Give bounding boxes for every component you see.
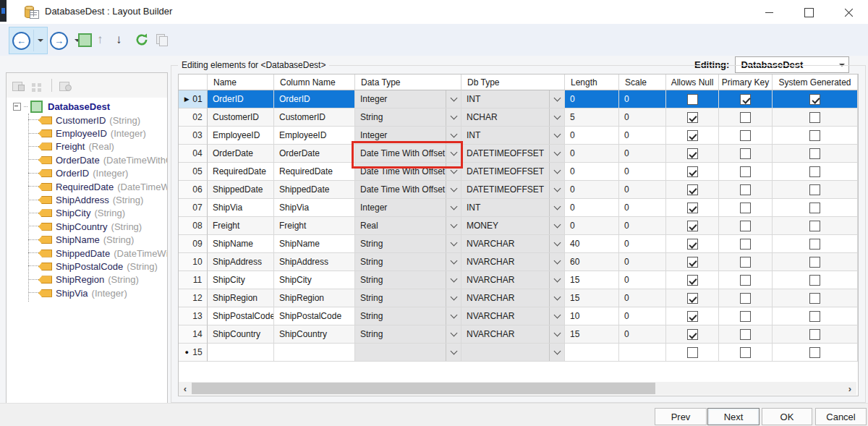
dropdown-button[interactable] <box>446 235 461 252</box>
scale-cell[interactable]: 0 <box>619 181 666 199</box>
scale-cell[interactable]: 0 <box>619 235 666 253</box>
length-cell[interactable]: 0 <box>565 217 619 235</box>
length-cell[interactable]: 0 <box>565 90 619 108</box>
row-selector[interactable]: 05 <box>179 163 208 181</box>
name-cell[interactable]: ShipName <box>208 235 274 253</box>
cancel-button[interactable]: Cancel <box>815 408 867 425</box>
primary-key-checkbox[interactable] <box>740 148 751 159</box>
system-generated-checkbox[interactable] <box>809 311 820 322</box>
name-cell[interactable]: ShipCity <box>208 271 274 289</box>
allows-null-checkbox[interactable] <box>687 203 698 213</box>
dropdown-button[interactable] <box>549 289 564 307</box>
scale-cell[interactable]: 0 <box>619 289 666 307</box>
dropdown-button[interactable] <box>446 307 461 325</box>
scroll-right-icon[interactable]: › <box>843 382 856 395</box>
data-type-dropdown[interactable]: Integer <box>355 90 461 108</box>
allows-null-checkbox[interactable] <box>687 329 698 340</box>
db-type-dropdown[interactable] <box>461 344 565 362</box>
length-cell[interactable]: 15 <box>565 325 619 344</box>
tree-item[interactable]: ShipVia(Integer) <box>7 286 167 299</box>
length-cell[interactable]: 0 <box>565 163 619 181</box>
name-cell[interactable]: ShipAddress <box>208 253 274 271</box>
allows-null-checkbox[interactable] <box>687 311 698 322</box>
name-cell[interactable]: CustomerID <box>208 108 274 127</box>
primary-key-checkbox[interactable] <box>740 130 751 141</box>
allows-null-checkbox[interactable] <box>687 130 698 141</box>
length-cell[interactable]: 5 <box>565 108 619 127</box>
db-type-dropdown[interactable]: DATETIMEOFFSET <box>461 163 565 181</box>
scale-cell[interactable]: 0 <box>619 325 666 344</box>
data-type-dropdown[interactable]: String <box>355 108 461 127</box>
system-generated-checkbox[interactable] <box>809 94 820 105</box>
allows-null-checkbox[interactable] <box>687 94 698 105</box>
scale-cell[interactable]: 0 <box>619 145 666 163</box>
allows-null-checkbox[interactable] <box>687 112 698 123</box>
db-type-dropdown[interactable]: NVARCHAR <box>461 235 565 253</box>
system-generated-checkbox[interactable] <box>809 221 820 231</box>
row-selector[interactable]: 03 <box>179 127 208 145</box>
move-up-button[interactable]: ↑ <box>91 27 109 53</box>
name-cell[interactable]: RequiredDate <box>208 163 274 181</box>
db-type-dropdown[interactable]: NVARCHAR <box>461 325 565 344</box>
scale-cell[interactable]: 0 <box>619 199 666 217</box>
delete-element-icon[interactable] <box>59 80 72 91</box>
dropdown-button[interactable] <box>549 325 564 343</box>
db-type-dropdown[interactable]: INT <box>461 199 565 217</box>
dropdown-button[interactable] <box>549 199 564 216</box>
tree-item[interactable]: Freight(Real) <box>7 140 167 153</box>
row-selector[interactable]: 04 <box>179 145 208 163</box>
dropdown-button[interactable] <box>549 163 564 180</box>
row-selector[interactable]: 10 <box>179 253 208 271</box>
allows-null-checkbox[interactable] <box>687 257 698 268</box>
tree-item[interactable]: ShipCountry(String) <box>7 220 167 233</box>
column-name-cell[interactable] <box>274 344 355 362</box>
db-type-dropdown[interactable]: DATETIMEOFFSET <box>461 145 565 163</box>
allows-null-checkbox[interactable] <box>687 239 698 250</box>
scale-cell[interactable]: 0 <box>619 108 666 127</box>
dropdown-button[interactable] <box>549 181 564 198</box>
dropdown-button[interactable] <box>446 127 461 144</box>
dropdown-button[interactable] <box>446 108 461 126</box>
data-type-dropdown[interactable]: String <box>355 271 461 289</box>
tree-item[interactable]: CustomerID(String) <box>7 114 167 127</box>
data-type-dropdown[interactable]: Date Time With Offset <box>355 163 461 181</box>
allows-null-checkbox[interactable] <box>687 221 698 231</box>
name-cell[interactable]: Freight <box>208 217 274 235</box>
primary-key-checkbox[interactable] <box>740 112 751 123</box>
tree-item[interactable]: RequiredDate(DateTimeWi <box>7 180 167 193</box>
data-type-dropdown[interactable]: Date Time With Offset <box>355 181 461 199</box>
allows-null-checkbox[interactable] <box>687 275 698 286</box>
name-cell[interactable]: OrderID <box>208 90 274 108</box>
column-name-cell[interactable]: OrderID <box>274 90 355 108</box>
db-type-dropdown[interactable]: MONEY <box>461 217 565 235</box>
name-cell[interactable]: ShipPostalCode <box>208 307 274 325</box>
scale-cell[interactable]: 0 <box>619 127 666 145</box>
tree-root-item[interactable]: DatabaseDest <box>7 100 167 114</box>
system-generated-checkbox[interactable] <box>809 148 820 159</box>
tree-item[interactable]: ShipName(String) <box>7 234 167 247</box>
row-selector[interactable]: 08 <box>179 217 208 235</box>
data-type-dropdown[interactable]: String <box>355 289 461 307</box>
column-name-cell[interactable]: CustomerID <box>274 108 355 127</box>
scale-cell[interactable]: 0 <box>619 217 666 235</box>
name-cell[interactable]: ShipCountry <box>208 325 274 344</box>
column-name-cell[interactable]: ShipPostalCode <box>274 307 355 325</box>
dropdown-button[interactable] <box>446 325 461 343</box>
prev-button[interactable]: Prev <box>655 408 707 425</box>
column-name-cell[interactable]: ShipName <box>274 235 355 253</box>
scale-cell[interactable] <box>619 344 666 362</box>
dropdown-button[interactable] <box>446 181 461 198</box>
primary-key-checkbox[interactable] <box>740 94 751 105</box>
dropdown-button[interactable] <box>549 145 564 162</box>
column-name-cell[interactable]: ShipCity <box>274 271 355 289</box>
next-button[interactable]: Next <box>707 408 760 425</box>
dropdown-button[interactable] <box>549 307 564 325</box>
allows-null-checkbox[interactable] <box>687 347 698 358</box>
system-generated-checkbox[interactable] <box>809 130 820 141</box>
scrollbar-thumb[interactable] <box>192 383 655 394</box>
primary-key-checkbox[interactable] <box>740 184 751 195</box>
tree-item[interactable]: ShipRegion(String) <box>7 273 167 286</box>
tree-item[interactable]: ShipPostalCode(String) <box>7 260 167 273</box>
allows-null-checkbox[interactable] <box>687 148 698 159</box>
system-generated-checkbox[interactable] <box>809 166 820 177</box>
